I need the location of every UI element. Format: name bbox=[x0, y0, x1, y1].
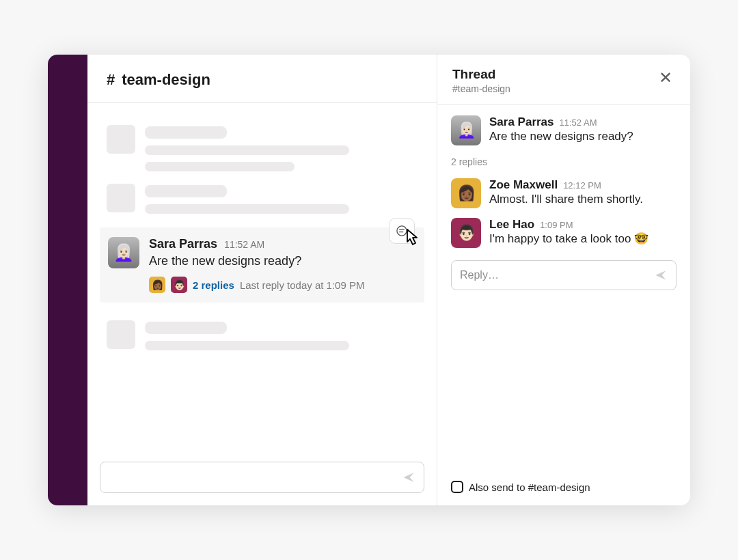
highlighted-message[interactable]: 👩🏻‍🦳 Sara Parras 11:52 AM Are the new de… bbox=[100, 227, 424, 303]
app-window: # team-design bbox=[48, 55, 690, 505]
placeholder-line bbox=[145, 126, 227, 139]
avatar-zoe: 👩🏾 bbox=[451, 178, 481, 208]
message-timestamp: 11:52 AM bbox=[560, 117, 597, 128]
thread-message: 👩🏾 Zoe Maxwell 12:12 PM Almost. I'll sha… bbox=[451, 178, 676, 208]
placeholder-avatar bbox=[107, 320, 135, 349]
reply-thread-icon bbox=[395, 224, 409, 238]
workspace-sidebar-stripe bbox=[48, 55, 87, 505]
thread-header: Thread #team-design ✕ bbox=[437, 55, 690, 104]
also-send-label: Also send to #team-design bbox=[469, 481, 590, 493]
placeholder-message bbox=[100, 318, 424, 353]
channel-composer-row bbox=[87, 458, 437, 505]
also-send-checkbox[interactable] bbox=[451, 481, 463, 493]
thread-message-list: 👩🏻‍🦳 Sara Parras 11:52 AM Are the new de… bbox=[437, 104, 690, 473]
thread-message: 👩🏻‍🦳 Sara Parras 11:52 AM Are the new de… bbox=[451, 115, 676, 145]
message-timestamp: 12:12 PM bbox=[563, 180, 601, 191]
placeholder-line bbox=[145, 204, 349, 214]
reply-in-thread-button[interactable] bbox=[389, 218, 415, 244]
thread-panel: Thread #team-design ✕ 👩🏻‍🦳 Sara Parras 1… bbox=[437, 55, 690, 505]
send-icon[interactable] bbox=[654, 268, 668, 282]
avatar-sara: 👩🏻‍🦳 bbox=[108, 237, 139, 268]
reply-avatar-lee: 👨🏻 bbox=[171, 277, 187, 293]
message-text: Are the new designs ready? bbox=[149, 253, 416, 270]
placeholder-line bbox=[145, 162, 295, 171]
avatar-sara: 👩🏻‍🦳 bbox=[451, 115, 481, 145]
message-author: Sara Parras bbox=[489, 115, 554, 129]
reply-avatar-zoe: 👩🏾 bbox=[149, 277, 165, 293]
thread-reply-input[interactable]: Reply… bbox=[451, 260, 676, 290]
placeholder-line bbox=[145, 185, 227, 197]
last-reply-label: Last reply today at 1:09 PM bbox=[240, 279, 365, 291]
thread-subtitle: #team-design bbox=[452, 83, 656, 94]
channel-message-list: 👩🏻‍🦳 Sara Parras 11:52 AM Are the new de… bbox=[87, 103, 437, 458]
channel-message-input[interactable] bbox=[100, 462, 424, 493]
thread-title: Thread bbox=[452, 67, 656, 82]
reply-placeholder: Reply… bbox=[460, 269, 499, 281]
thread-summary[interactable]: 👩🏾 👨🏻 2 replies Last reply today at 1:09… bbox=[149, 277, 416, 293]
channel-header: # team-design bbox=[87, 55, 437, 103]
hash-icon: # bbox=[107, 71, 115, 89]
channel-panel: # team-design bbox=[87, 55, 437, 505]
avatar-lee: 👨🏻 bbox=[451, 218, 481, 248]
placeholder-line bbox=[145, 145, 349, 155]
message-author: Sara Parras bbox=[149, 237, 217, 251]
message-author: Lee Hao bbox=[489, 218, 534, 232]
placeholder-avatar bbox=[107, 125, 135, 154]
message-timestamp: 1:09 PM bbox=[540, 220, 573, 230]
message-timestamp: 11:52 AM bbox=[224, 239, 264, 250]
channel-name: team-design bbox=[122, 71, 210, 89]
reply-count-divider: 2 replies bbox=[451, 155, 676, 169]
send-icon[interactable] bbox=[402, 471, 415, 484]
placeholder-avatar bbox=[107, 184, 135, 212]
message-text: Are the new designs ready? bbox=[489, 129, 676, 145]
thread-message: 👨🏻 Lee Hao 1:09 PM I'm happy to take a l… bbox=[451, 218, 676, 248]
svg-point-0 bbox=[397, 226, 407, 236]
placeholder-message bbox=[100, 122, 424, 174]
also-send-row: Also send to #team-design bbox=[437, 473, 690, 505]
close-thread-button[interactable]: ✕ bbox=[656, 67, 675, 89]
placeholder-message bbox=[100, 181, 424, 216]
message-author: Zoe Maxwell bbox=[489, 178, 558, 192]
placeholder-line bbox=[145, 341, 349, 350]
replies-count-link[interactable]: 2 replies bbox=[193, 279, 234, 291]
message-text: Almost. I'll share them shortly. bbox=[489, 192, 676, 208]
placeholder-line bbox=[145, 322, 227, 334]
message-text: I'm happy to take a look too 🤓 bbox=[489, 232, 676, 247]
